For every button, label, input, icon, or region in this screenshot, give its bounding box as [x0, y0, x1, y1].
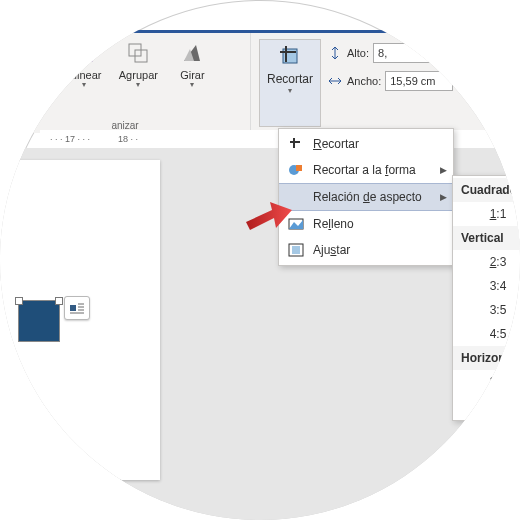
aspect-section-vertical: Vertical — [453, 226, 520, 250]
fit-icon — [287, 242, 305, 258]
app-viewport: el deelección Alinear ▾ Agrupar ▾ — [0, 0, 520, 520]
ribbon: el deelección Alinear ▾ Agrupar ▾ — [0, 30, 520, 133]
menu-item-fill[interactable]: Relleno — [279, 211, 453, 237]
align-icon — [70, 39, 98, 67]
submenu-arrow-icon: ▶ — [440, 192, 447, 202]
selection-pane-button[interactable]: el deelección — [6, 37, 54, 95]
submenu-arrow-icon: ▶ — [440, 165, 447, 175]
rotate-button[interactable]: Girar ▾ — [168, 37, 216, 92]
crop-icon — [287, 136, 305, 152]
width-label: Ancho: — [347, 75, 381, 87]
width-row: Ancho: 15,59 cm — [327, 71, 453, 91]
height-icon — [327, 45, 343, 61]
svg-rect-4 — [82, 51, 92, 61]
aspect-item-2-3[interactable]: 2:3 — [453, 250, 520, 274]
selection-pane-icon — [16, 39, 44, 67]
crop-label: Recortar — [267, 72, 313, 86]
align-button[interactable]: Alinear ▾ — [60, 37, 108, 92]
crop-dropdown-menu: RRecortarecortar Recortar a la forma ▶ R… — [278, 128, 454, 266]
menu-item-crop[interactable]: RRecortarecortar — [279, 131, 453, 157]
svg-rect-2 — [31, 47, 36, 52]
width-input[interactable]: 15,59 cm — [385, 71, 453, 91]
aspect-section-horizontal: Horizontal — [453, 346, 520, 370]
svg-rect-16 — [292, 246, 300, 254]
selection-pane-label: el deelección — [10, 69, 50, 93]
svg-rect-1 — [24, 47, 29, 59]
svg-rect-3 — [76, 45, 86, 55]
aspect-item-3-2[interactable]: 3:2 — [453, 370, 520, 394]
layout-options-icon — [69, 301, 85, 315]
arrange-group: el deelección Alinear ▾ Agrupar ▾ — [0, 33, 251, 133]
selected-image[interactable] — [18, 300, 60, 342]
menu-item-fit[interactable]: Ajustar — [279, 237, 453, 263]
crop-shape-icon — [287, 162, 305, 178]
crop-icon — [276, 42, 304, 70]
chevron-down-icon: ▾ — [190, 81, 194, 90]
ruler-mark-18: 18 — [118, 134, 128, 144]
aspect-item-4-5[interactable]: 4:5 — [453, 322, 520, 346]
arrange-group-label: anizar — [6, 116, 244, 131]
chevron-down-icon: ▾ — [136, 81, 140, 90]
svg-rect-0 — [21, 44, 39, 62]
height-input[interactable]: 8, — [373, 43, 441, 63]
size-group: Recortar ▾ Alto: 8, Ancho: 15,59 cm — [251, 33, 461, 133]
menu-item-crop-to-shape[interactable]: Recortar a la forma ▶ — [279, 157, 453, 183]
blank-icon — [287, 189, 305, 205]
dimension-fields: Alto: 8, Ancho: 15,59 cm — [327, 39, 453, 127]
width-icon — [327, 73, 343, 89]
height-label: Alto: — [347, 47, 369, 59]
aspect-section-square: Cuadrado — [453, 178, 520, 202]
rotate-icon — [178, 39, 206, 67]
aspect-item-4-3[interactable]: 4:3 — [453, 394, 520, 418]
svg-rect-10 — [70, 305, 76, 311]
fill-icon — [287, 216, 305, 232]
aspect-item-3-5[interactable]: 3:5 — [453, 298, 520, 322]
group-button[interactable]: Agrupar ▾ — [114, 37, 162, 92]
crop-button[interactable]: Recortar ▾ — [259, 39, 321, 127]
chevron-down-icon: ▾ — [82, 81, 86, 90]
ruler-mark-17: 17 — [65, 134, 75, 144]
group-icon — [124, 39, 152, 67]
menu-item-aspect-ratio[interactable]: Relación de aspecto ▶ — [279, 183, 453, 211]
aspect-item-1-1[interactable]: 1:1 — [453, 202, 520, 226]
svg-marker-14 — [289, 220, 303, 229]
aspect-ratio-submenu: Cuadrado 1:1 Vertical 2:3 3:4 3:5 4:5 Ho… — [452, 175, 520, 421]
svg-rect-12 — [296, 165, 302, 171]
layout-options-button[interactable] — [64, 296, 90, 320]
chevron-down-icon: ▾ — [288, 86, 292, 95]
height-row: Alto: 8, — [327, 43, 453, 63]
aspect-item-3-4[interactable]: 3:4 — [453, 274, 520, 298]
